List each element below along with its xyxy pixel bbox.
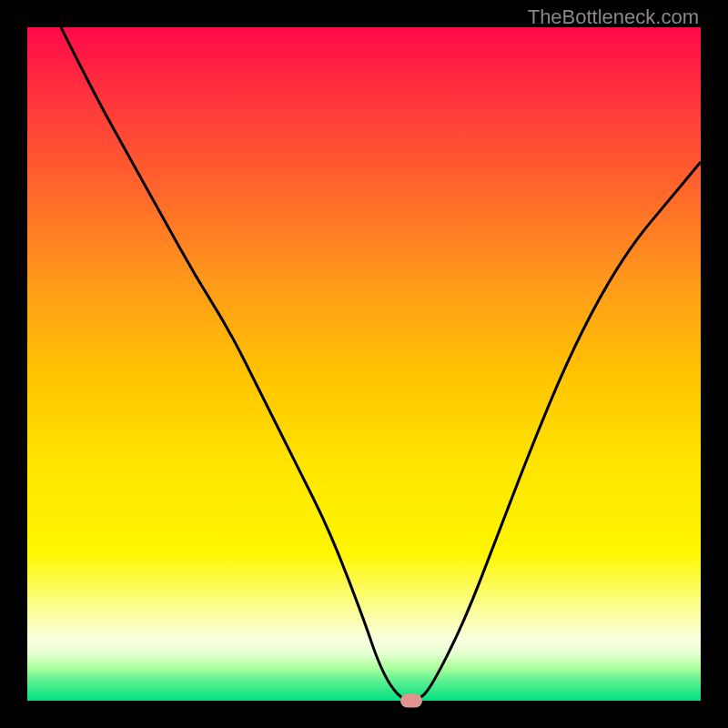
optimum-marker	[400, 694, 422, 708]
plot-area	[27, 27, 701, 701]
chart-frame: TheBottleneck.com	[0, 0, 728, 728]
bottleneck-curve	[61, 27, 701, 701]
curve-svg	[27, 27, 701, 701]
watermark-text: TheBottleneck.com	[528, 5, 699, 29]
